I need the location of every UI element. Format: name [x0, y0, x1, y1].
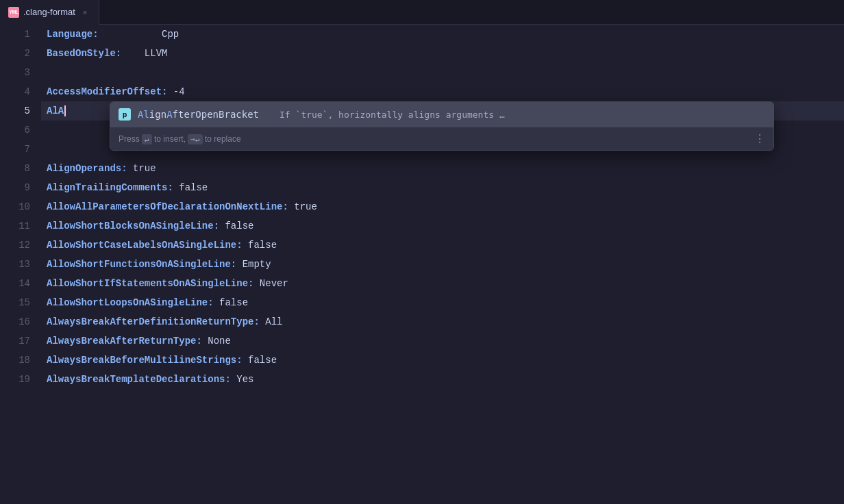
line-num-6: 6 [0, 121, 41, 140]
val-accessmod: -4 [167, 82, 184, 101]
val-allowshortif: Never [253, 274, 288, 293]
text-cursor [64, 105, 66, 116]
autocomplete-hint-text: Press ↵ to insert, →↵ to replace [119, 134, 241, 144]
line-num-12: 12 [0, 236, 41, 255]
val-alwaysbreakret: None [202, 331, 231, 351]
code-line-9: AlignTrailingComments: false [41, 178, 844, 197]
code-line-14: AllowShortIfStatementsOnASingleLine: Nev… [41, 274, 844, 293]
code-line-16: AlwaysBreakAfterDefinitionReturnType: Al… [41, 312, 844, 331]
line-num-9: 9 [0, 178, 41, 197]
key-alwaysbreakret: AlwaysBreakAfterReturnType: [47, 331, 202, 351]
line-num-8: 8 [0, 159, 41, 178]
val-allowshortblocks: false [219, 216, 253, 236]
code-line-2: BasedOnStyle: LLVM [41, 44, 844, 63]
code-line-19: AlwaysBreakTemplateDeclarations: Yes [41, 370, 844, 389]
tab-filename: .clang-format [23, 7, 75, 17]
line-num-11: 11 [0, 216, 41, 236]
autocomplete-match-a: A [166, 109, 172, 120]
autocomplete-popup[interactable]: p AlignAfterOpenBracket If `true`, horiz… [110, 101, 774, 151]
key-language: Language: [47, 25, 99, 44]
key-allowallparams: AllowAllParametersOfDeclarationOnNextLin… [47, 197, 288, 216]
line-numbers-gutter: 1 2 3 4 5 6 7 8 9 10 11 12 13 14 15 16 1… [0, 25, 41, 504]
code-line-3 [41, 63, 844, 82]
line-num-7: 7 [0, 140, 41, 159]
file-tab[interactable]: YML .clang-format × [0, 0, 99, 25]
val-language: Cpp [99, 25, 179, 44]
code-line-12: AllowShortCaseLabelsOnASingleLine: false [41, 236, 844, 255]
key-alwaysbreakbefore: AlwaysBreakBeforeMultilineStrings: [47, 351, 243, 370]
lines-wrapper: 1 2 3 4 5 6 7 8 9 10 11 12 13 14 15 16 1… [0, 25, 844, 504]
val-allowshortloops: false [214, 293, 248, 312]
key-allowshortcase: AllowShortCaseLabelsOnASingleLine: [47, 236, 243, 255]
code-line-10: AllowAllParametersOfDeclarationOnNextLin… [41, 197, 844, 216]
autocomplete-match-al: Al [138, 109, 149, 120]
line-num-5: 5 [0, 101, 41, 121]
key-aligntrailing: AlignTrailingComments: [47, 178, 173, 197]
key-allowshortfunc: AllowShortFunctionsOnASingleLine: [47, 255, 236, 274]
tab-close-button[interactable]: × [79, 7, 90, 18]
autocomplete-hint-bar: Press ↵ to insert, →↵ to replace ⋮ [110, 127, 773, 150]
val-alwaysbreakbefore: false [243, 351, 277, 370]
line-num-4: 4 [0, 82, 41, 101]
val-basedon: LLVM [121, 44, 167, 63]
key-accessmod: AccessModifierOffset: [47, 82, 167, 101]
val-alwaysbreaktempl: Yes [231, 370, 254, 389]
autocomplete-rest: fterOpenBracket [173, 109, 259, 120]
line-num-2: 2 [0, 44, 41, 63]
key-basedon: BasedOnStyle: [47, 44, 121, 63]
autocomplete-more-icon[interactable]: ⋮ [754, 132, 765, 146]
code-line-4: AccessModifierOffset: -4 [41, 82, 844, 101]
val-allowallparams: true [288, 197, 317, 216]
line-num-15: 15 [0, 293, 41, 312]
key-alwaysbreaktempl: AlwaysBreakTemplateDeclarations: [47, 370, 231, 389]
key-allowshortblocks: AllowShortBlocksOnASingleLine: [47, 216, 219, 236]
val-aligntrailing: false [173, 178, 208, 197]
code-line-13: AllowShortFunctionsOnASingleLine: Empty [41, 255, 844, 274]
key-allowshortif: AllowShortIfStatementsOnASingleLine: [47, 274, 253, 293]
line-num-17: 17 [0, 331, 41, 351]
code-area[interactable]: Language: Cpp BasedOnStyle: LLVM AccessM… [41, 25, 844, 504]
code-line-15: AllowShortLoopsOnASingleLine: false [41, 293, 844, 312]
val-alwaysbreakdef: All [260, 312, 283, 331]
val-allowshortfunc: Empty [236, 255, 271, 274]
line-num-13: 13 [0, 255, 41, 274]
val-alignoperands: true [127, 159, 156, 178]
partial-key: AlA [47, 101, 64, 121]
code-line-1: Language: Cpp [41, 25, 844, 44]
code-line-11: AllowShortBlocksOnASingleLine: false [41, 216, 844, 236]
line-num-10: 10 [0, 197, 41, 216]
code-line-18: AlwaysBreakBeforeMultilineStrings: false [41, 351, 844, 370]
line-num-1: 1 [0, 25, 41, 44]
key-alignoperands: AlignOperands: [47, 159, 127, 178]
autocomplete-type-badge: p [119, 108, 131, 121]
line-num-14: 14 [0, 274, 41, 293]
file-type-icon: YML [8, 7, 19, 18]
val-allowshortcase: false [243, 236, 277, 255]
autocomplete-item-0[interactable]: p AlignAfterOpenBracket If `true`, horiz… [110, 102, 773, 127]
editor-container: YML .clang-format × 1 2 3 4 5 6 7 8 9 10… [0, 0, 844, 504]
editor-body: 1 2 3 4 5 6 7 8 9 10 11 12 13 14 15 16 1… [0, 25, 844, 504]
code-line-8: AlignOperands: true [41, 159, 844, 178]
line-num-3: 3 [0, 63, 41, 82]
key-allowshortloops: AllowShortLoopsOnASingleLine: [47, 293, 214, 312]
line-num-18: 18 [0, 351, 41, 370]
line-num-19: 19 [0, 370, 41, 389]
autocomplete-function-name: AlignAfterOpenBracket [138, 109, 259, 120]
autocomplete-mid-gn: gn [155, 109, 166, 120]
tab-bar: YML .clang-format × [0, 0, 844, 25]
code-line-17: AlwaysBreakAfterReturnType: None [41, 331, 844, 351]
line-num-16: 16 [0, 312, 41, 331]
autocomplete-description: If `true`, horizontally aligns arguments… [280, 110, 505, 120]
key-alwaysbreakdef: AlwaysBreakAfterDefinitionReturnType: [47, 312, 260, 331]
